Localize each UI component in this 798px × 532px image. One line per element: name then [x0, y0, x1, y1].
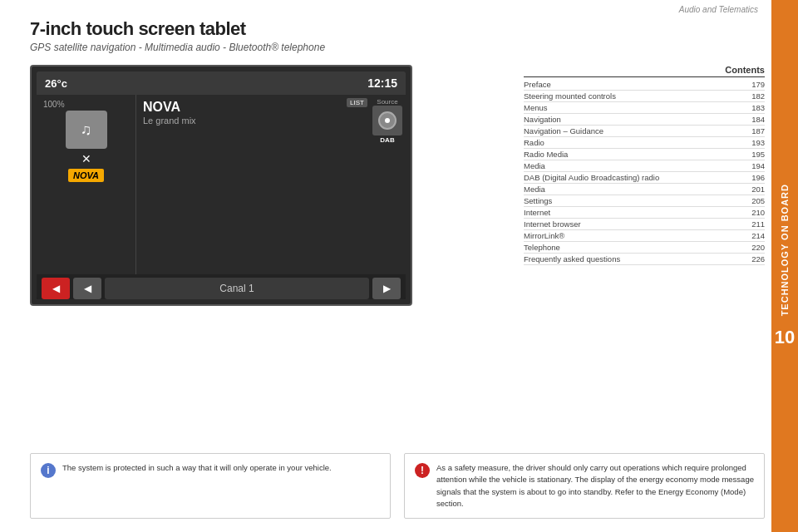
contents-row-page: 201: [741, 185, 765, 194]
sidebar-bar: TECHNOLOGY on BOARD 10: [771, 0, 798, 532]
contents-row: Frequently asked questions226: [524, 254, 765, 265]
info-box-2-text: As a safety measure, the driver should o…: [436, 462, 754, 510]
contents-row-page: 211: [741, 219, 765, 229]
radio-left-panel: 100% ♫ ✕ NOVA: [37, 95, 136, 274]
contents-row: Navigation – Guidance187: [524, 126, 765, 137]
radio-right-panel: NOVA Le grand mix LIST Source DAB: [136, 95, 406, 274]
next-button[interactable]: ▶: [372, 278, 401, 299]
sidebar-chapter: 10: [775, 327, 795, 348]
contents-row: Internet browser211: [524, 219, 765, 230]
contents-row: Preface179: [524, 79, 765, 91]
contents-row-label: Media: [524, 185, 741, 194]
mix-label: Le grand mix: [143, 116, 399, 126]
contents-row-label: DAB (Digital Audio Broadcasting) radio: [524, 173, 741, 182]
contents-row-page: 194: [741, 161, 765, 170]
screen-top-bar: 26°c 12:15: [37, 71, 406, 95]
page-subtitle: GPS satellite navigation - Multimedia au…: [30, 42, 771, 53]
contents-row-page: 182: [741, 91, 765, 101]
contents-row-label: Radio: [524, 138, 741, 147]
contents-row-page: 193: [741, 138, 765, 147]
contents-row-page: 195: [741, 150, 765, 159]
screen-inner: 26°c 12:15 100% ♫ ✕ NOVA NOVA Le grand: [37, 71, 406, 299]
contents-row-label: Navigation – Guidance: [524, 126, 741, 135]
info-icon-i: i: [41, 463, 56, 478]
contents-row: Navigation184: [524, 114, 765, 126]
music-note-icon: ♫: [81, 121, 92, 139]
contents-row-label: Navigation: [524, 115, 741, 124]
info-box-2: ! As a safety measure, the driver should…: [404, 453, 765, 519]
info-box-1-text: The system is protected in such a way th…: [62, 462, 332, 474]
contents-row-page: 220: [741, 243, 765, 252]
contents-row: DAB (Digital Audio Broadcasting) radio19…: [524, 172, 765, 184]
screen-time: 12:15: [367, 76, 397, 90]
contents-row: Radio Media195: [524, 149, 765, 160]
radio-icon-box: ♫: [66, 111, 107, 149]
screen-mockup: 26°c 12:15 100% ♫ ✕ NOVA NOVA Le grand: [30, 65, 412, 306]
contents-row: Settings205: [524, 195, 765, 207]
warning-icon: !: [415, 463, 430, 478]
contents-row-label: Steering mounted controls: [524, 91, 741, 101]
info-boxes: i The system is protected in such a way …: [30, 453, 765, 519]
controls-area: ◀ ◀ Canal 1 ▶ ◀◀ 12 A ▶▶ ▲: [37, 274, 406, 299]
contents-row: Telephone220: [524, 242, 765, 254]
contents-row: Internet210: [524, 207, 765, 219]
page-title: 7-inch touch screen tablet: [30, 18, 771, 40]
contents-row: Radio193: [524, 137, 765, 149]
source-dab-box[interactable]: [372, 106, 402, 135]
contents-row: Menus183: [524, 102, 765, 114]
contents-row-page: 226: [741, 254, 765, 264]
dab-text: DAB: [380, 136, 394, 144]
screen-temperature: 26°c: [45, 77, 67, 90]
info-box-1: i The system is protected in such a way …: [30, 453, 391, 519]
channel-display: Canal 1: [105, 278, 369, 299]
canal-control-row: ◀ ◀ Canal 1 ▶: [42, 278, 401, 299]
source-label: Source: [377, 98, 397, 106]
contents-row-label: Internet browser: [524, 219, 741, 229]
nav-left-red-button[interactable]: ◀: [42, 278, 70, 299]
nova-logo: NOVA: [68, 169, 104, 182]
contents-row-label: MirrorLink®: [524, 231, 741, 240]
contents-row-page: 214: [741, 231, 765, 240]
contents-row-label: Telephone: [524, 243, 741, 252]
contents-row-page: 205: [741, 196, 765, 205]
contents-row-page: 184: [741, 115, 765, 124]
contents-row-page: 196: [741, 173, 765, 182]
contents-row-page: 210: [741, 208, 765, 217]
contents-row: Steering mounted controls182: [524, 91, 765, 102]
section-title: Audio and Telematics: [679, 5, 758, 14]
list-button[interactable]: LIST: [347, 98, 367, 107]
screen-content: 100% ♫ ✕ NOVA NOVA Le grand mix LIST Sou…: [37, 95, 406, 274]
contents-row-label: Media: [524, 161, 741, 170]
contents-row-page: 187: [741, 126, 765, 135]
top-header: Audio and Telematics: [0, 0, 771, 18]
contents-panel: Contents Preface179Steering mounted cont…: [524, 65, 765, 265]
contents-list: Preface179Steering mounted controls182Me…: [524, 79, 765, 265]
contents-row-label: Frequently asked questions: [524, 254, 741, 264]
sidebar-label: TECHNOLOGY on BOARD: [780, 184, 790, 316]
contents-row-label: Menus: [524, 103, 741, 112]
contents-row-label: Radio Media: [524, 150, 741, 159]
prev-button[interactable]: ◀: [73, 278, 101, 299]
page-title-area: 7-inch touch screen tablet GPS satellite…: [30, 18, 771, 53]
contents-row: Media201: [524, 184, 765, 195]
cancel-icon: ✕: [81, 152, 91, 165]
contents-row-label: Preface: [524, 80, 741, 89]
contents-row-label: Internet: [524, 208, 741, 217]
contents-row: MirrorLink®214: [524, 230, 765, 242]
contents-row-page: 183: [741, 103, 765, 112]
contents-row-page: 179: [741, 80, 765, 89]
contents-row-label: Settings: [524, 196, 741, 205]
radio-percent: 100%: [43, 100, 65, 109]
dab-dot: [385, 118, 390, 123]
dab-circle: [378, 111, 397, 130]
contents-row: Media194: [524, 160, 765, 172]
screen-mockup-container: 26°c 12:15 100% ♫ ✕ NOVA NOVA Le grand: [30, 65, 515, 306]
contents-header: Contents: [524, 65, 765, 77]
source-dab: Source DAB: [372, 98, 402, 144]
